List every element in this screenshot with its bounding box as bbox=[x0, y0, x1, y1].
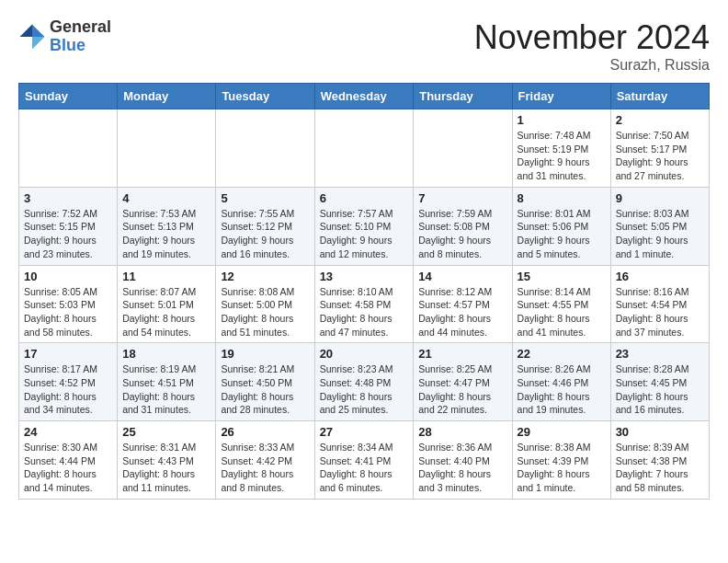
day-info: Sunrise: 8:07 AM Sunset: 5:01 PM Dayligh… bbox=[122, 285, 210, 339]
day-number: 21 bbox=[418, 347, 506, 361]
title-block: November 2024 Surazh, Russia bbox=[474, 18, 710, 74]
day-info: Sunrise: 7:55 AM Sunset: 5:12 PM Dayligh… bbox=[221, 207, 309, 261]
day-cell: 12Sunrise: 8:08 AM Sunset: 5:00 PM Dayli… bbox=[216, 265, 314, 343]
weekday-header-thursday: Thursday bbox=[414, 84, 512, 109]
week-row-4: 17Sunrise: 8:17 AM Sunset: 4:52 PM Dayli… bbox=[19, 343, 710, 421]
svg-marker-1 bbox=[32, 37, 45, 50]
day-cell: 18Sunrise: 8:19 AM Sunset: 4:51 PM Dayli… bbox=[118, 343, 216, 421]
day-info: Sunrise: 8:26 AM Sunset: 4:46 PM Dayligh… bbox=[518, 362, 606, 417]
day-number: 18 bbox=[122, 347, 210, 361]
day-cell: 15Sunrise: 8:14 AM Sunset: 4:55 PM Dayli… bbox=[512, 265, 610, 343]
weekday-header-sunday: Sunday bbox=[19, 84, 118, 109]
day-info: Sunrise: 8:08 AM Sunset: 5:00 PM Dayligh… bbox=[221, 285, 309, 339]
day-number: 6 bbox=[320, 191, 409, 205]
day-info: Sunrise: 8:05 AM Sunset: 5:03 PM Dayligh… bbox=[24, 285, 112, 339]
day-cell: 24Sunrise: 8:30 AM Sunset: 4:44 PM Dayli… bbox=[19, 421, 118, 500]
day-cell: 10Sunrise: 8:05 AM Sunset: 5:03 PM Dayli… bbox=[19, 265, 118, 343]
day-info: Sunrise: 8:31 AM Sunset: 4:43 PM Dayligh… bbox=[122, 441, 210, 495]
weekday-header-monday: Monday bbox=[118, 84, 216, 109]
logo-general: General bbox=[50, 18, 111, 37]
day-number: 27 bbox=[320, 425, 409, 439]
day-info: Sunrise: 7:59 AM Sunset: 5:08 PM Dayligh… bbox=[418, 207, 506, 261]
day-info: Sunrise: 7:57 AM Sunset: 5:10 PM Dayligh… bbox=[320, 207, 409, 261]
day-info: Sunrise: 7:48 AM Sunset: 5:19 PM Dayligh… bbox=[518, 129, 606, 183]
day-cell: 16Sunrise: 8:16 AM Sunset: 4:54 PM Dayli… bbox=[610, 265, 709, 343]
day-number: 2 bbox=[616, 113, 704, 127]
month-title: November 2024 bbox=[474, 18, 710, 57]
day-info: Sunrise: 8:38 AM Sunset: 4:39 PM Dayligh… bbox=[518, 441, 606, 495]
day-cell: 8Sunrise: 8:01 AM Sunset: 5:06 PM Daylig… bbox=[512, 187, 610, 265]
day-info: Sunrise: 8:17 AM Sunset: 4:52 PM Dayligh… bbox=[24, 362, 112, 417]
day-number: 16 bbox=[616, 270, 704, 283]
week-row-2: 3Sunrise: 7:52 AM Sunset: 5:15 PM Daylig… bbox=[19, 187, 710, 265]
day-cell: 2Sunrise: 7:50 AM Sunset: 5:17 PM Daylig… bbox=[610, 109, 709, 188]
week-row-1: 1Sunrise: 7:48 AM Sunset: 5:19 PM Daylig… bbox=[19, 109, 710, 188]
day-cell: 17Sunrise: 8:17 AM Sunset: 4:52 PM Dayli… bbox=[19, 343, 118, 421]
weekday-header-friday: Friday bbox=[512, 84, 610, 109]
day-number: 19 bbox=[221, 347, 309, 361]
day-info: Sunrise: 8:39 AM Sunset: 4:38 PM Dayligh… bbox=[616, 441, 704, 495]
day-info: Sunrise: 8:33 AM Sunset: 4:42 PM Dayligh… bbox=[221, 441, 309, 495]
day-cell: 21Sunrise: 8:25 AM Sunset: 4:47 PM Dayli… bbox=[414, 343, 512, 421]
day-info: Sunrise: 8:30 AM Sunset: 4:44 PM Dayligh… bbox=[24, 441, 112, 495]
logo: General Blue bbox=[18, 18, 111, 55]
logo-blue: Blue bbox=[50, 37, 111, 55]
weekday-header-row: SundayMondayTuesdayWednesdayThursdayFrid… bbox=[19, 84, 710, 109]
week-row-3: 10Sunrise: 8:05 AM Sunset: 5:03 PM Dayli… bbox=[19, 265, 710, 343]
day-cell bbox=[414, 109, 512, 188]
day-number: 4 bbox=[122, 191, 210, 205]
day-info: Sunrise: 8:19 AM Sunset: 4:51 PM Dayligh… bbox=[122, 362, 210, 417]
day-cell bbox=[19, 109, 118, 188]
day-number: 24 bbox=[24, 425, 112, 439]
day-cell: 20Sunrise: 8:23 AM Sunset: 4:48 PM Dayli… bbox=[314, 343, 414, 421]
day-cell: 14Sunrise: 8:12 AM Sunset: 4:57 PM Dayli… bbox=[414, 265, 512, 343]
day-cell: 4Sunrise: 7:53 AM Sunset: 5:13 PM Daylig… bbox=[118, 187, 216, 265]
day-number: 30 bbox=[616, 425, 704, 439]
day-info: Sunrise: 8:10 AM Sunset: 4:58 PM Dayligh… bbox=[320, 285, 409, 339]
day-cell: 5Sunrise: 7:55 AM Sunset: 5:12 PM Daylig… bbox=[216, 187, 314, 265]
day-info: Sunrise: 8:12 AM Sunset: 4:57 PM Dayligh… bbox=[418, 285, 506, 339]
day-cell: 9Sunrise: 8:03 AM Sunset: 5:05 PM Daylig… bbox=[610, 187, 709, 265]
day-info: Sunrise: 8:25 AM Sunset: 4:47 PM Dayligh… bbox=[418, 362, 506, 417]
day-number: 1 bbox=[518, 113, 606, 127]
day-cell bbox=[118, 109, 216, 188]
day-number: 29 bbox=[518, 425, 606, 439]
day-cell: 1Sunrise: 7:48 AM Sunset: 5:19 PM Daylig… bbox=[512, 109, 610, 188]
day-number: 22 bbox=[518, 347, 606, 361]
day-cell: 11Sunrise: 8:07 AM Sunset: 5:01 PM Dayli… bbox=[118, 265, 216, 343]
day-number: 25 bbox=[122, 425, 210, 439]
day-info: Sunrise: 8:28 AM Sunset: 4:45 PM Dayligh… bbox=[616, 362, 704, 417]
calendar-table: SundayMondayTuesdayWednesdayThursdayFrid… bbox=[18, 83, 710, 500]
day-cell: 13Sunrise: 8:10 AM Sunset: 4:58 PM Dayli… bbox=[314, 265, 414, 343]
day-number: 23 bbox=[616, 347, 704, 361]
day-info: Sunrise: 8:03 AM Sunset: 5:05 PM Dayligh… bbox=[616, 207, 704, 261]
day-info: Sunrise: 8:36 AM Sunset: 4:40 PM Dayligh… bbox=[418, 441, 506, 495]
page-header: General Blue November 2024 Surazh, Russi… bbox=[18, 18, 710, 74]
location: Surazh, Russia bbox=[474, 57, 710, 74]
day-cell: 27Sunrise: 8:34 AM Sunset: 4:41 PM Dayli… bbox=[314, 421, 414, 500]
day-info: Sunrise: 7:50 AM Sunset: 5:17 PM Dayligh… bbox=[616, 129, 704, 183]
day-cell: 3Sunrise: 7:52 AM Sunset: 5:15 PM Daylig… bbox=[19, 187, 118, 265]
day-number: 8 bbox=[518, 191, 606, 205]
day-cell: 26Sunrise: 8:33 AM Sunset: 4:42 PM Dayli… bbox=[216, 421, 314, 500]
svg-marker-2 bbox=[20, 24, 33, 37]
svg-marker-0 bbox=[32, 24, 45, 37]
week-row-5: 24Sunrise: 8:30 AM Sunset: 4:44 PM Dayli… bbox=[19, 421, 710, 500]
logo-icon bbox=[18, 23, 46, 51]
day-info: Sunrise: 8:21 AM Sunset: 4:50 PM Dayligh… bbox=[221, 362, 309, 417]
day-number: 9 bbox=[616, 191, 704, 205]
day-info: Sunrise: 7:53 AM Sunset: 5:13 PM Dayligh… bbox=[122, 207, 210, 261]
day-cell: 19Sunrise: 8:21 AM Sunset: 4:50 PM Dayli… bbox=[216, 343, 314, 421]
day-cell bbox=[314, 109, 414, 188]
day-info: Sunrise: 8:01 AM Sunset: 5:06 PM Dayligh… bbox=[518, 207, 606, 261]
day-number: 3 bbox=[24, 191, 112, 205]
day-number: 13 bbox=[320, 270, 409, 283]
day-number: 11 bbox=[122, 270, 210, 283]
day-number: 7 bbox=[418, 191, 506, 205]
day-cell: 25Sunrise: 8:31 AM Sunset: 4:43 PM Dayli… bbox=[118, 421, 216, 500]
day-number: 28 bbox=[418, 425, 506, 439]
day-number: 15 bbox=[518, 270, 606, 283]
day-number: 10 bbox=[24, 270, 112, 283]
day-number: 26 bbox=[221, 425, 309, 439]
day-cell bbox=[216, 109, 314, 188]
